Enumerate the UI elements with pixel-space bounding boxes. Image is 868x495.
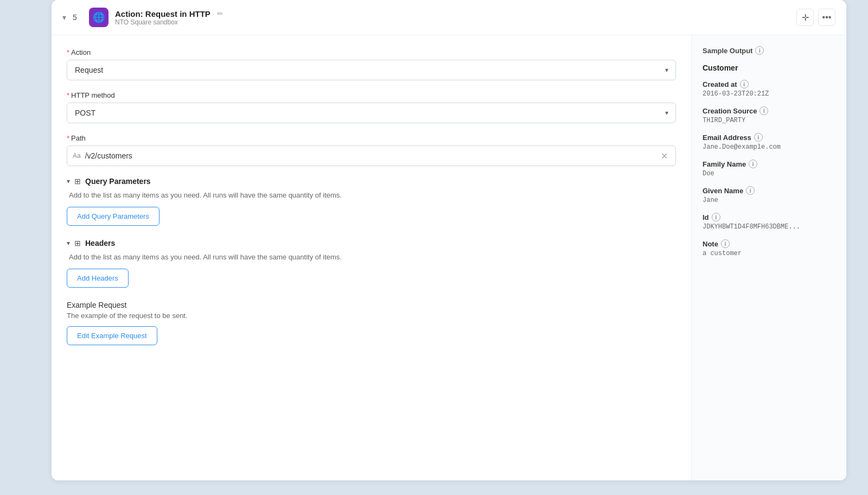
output-field-label: Notei — [703, 239, 835, 248]
output-field-label: Creation Sourcei — [703, 106, 835, 115]
field-info-icon-0[interactable]: i — [740, 80, 749, 88]
card-title-area: Action: Request in HTTP ✏ NTO Square san… — [115, 9, 790, 26]
add-query-params-button[interactable]: Add Query Parameters — [67, 207, 159, 226]
move-icon[interactable]: ✛ — [796, 9, 814, 26]
example-request-section: Example Request The example of the reque… — [67, 301, 676, 345]
query-params-header[interactable]: ▾ ⊞ Query Parameters — [67, 177, 676, 186]
output-field-label: Family Namei — [703, 160, 835, 168]
more-options-icon[interactable]: ••• — [818, 9, 835, 26]
output-field-label: Idi — [703, 213, 835, 221]
add-headers-button[interactable]: Add Headers — [67, 269, 129, 288]
field-info-icon-5[interactable]: i — [712, 213, 720, 221]
globe-icon: 🌐 — [93, 11, 105, 23]
card-title: Action: Request in HTTP — [115, 9, 210, 18]
example-request-description: The example of the request to be sent. — [67, 312, 676, 320]
output-field-value: a customer — [703, 250, 835, 257]
sample-output-title: Sample Output i — [703, 46, 835, 55]
http-method-field-group: *HTTP method POST ▾ — [67, 91, 676, 123]
action-type-icon: 🌐 — [89, 8, 108, 27]
field-info-icon-4[interactable]: i — [746, 186, 755, 195]
customer-label: Customer — [703, 64, 835, 72]
output-field: Email AddressiJane.Doe@example.com — [703, 133, 835, 151]
http-method-select-wrapper: POST ▾ — [67, 103, 676, 123]
output-field: Family NameiDoe — [703, 160, 835, 177]
action-label: *Action — [67, 48, 676, 56]
field-info-icon-3[interactable]: i — [749, 160, 757, 168]
query-params-description: Add to the list as many items as you nee… — [69, 191, 676, 199]
output-field-label: Email Addressi — [703, 133, 835, 142]
path-field-group: *Path Aa ✕ — [67, 134, 676, 166]
http-method-required-star: * — [67, 91, 69, 99]
output-field-value: Jane.Doe@example.com — [703, 143, 835, 151]
headers-title: Headers — [85, 239, 115, 248]
card-body: *Action Request ▾ *HTTP method — [52, 35, 846, 480]
output-field-value: THIRD_PARTY — [703, 117, 835, 124]
output-fields-container: Created ati2016-03-23T20:21ZCreation Sou… — [703, 80, 835, 257]
output-field: Given NameiJane — [703, 186, 835, 204]
card-subtitle: NTO Square sandbox — [115, 18, 790, 26]
output-field: Creation SourceiTHIRD_PARTY — [703, 106, 835, 124]
header-action-buttons: ✛ ••• — [796, 9, 835, 26]
field-info-icon-6[interactable]: i — [721, 239, 730, 248]
http-method-select[interactable]: POST — [67, 103, 676, 123]
output-field: Created ati2016-03-23T20:21Z — [703, 80, 835, 98]
query-params-section: ▾ ⊞ Query Parameters Add to the list as … — [67, 177, 676, 226]
collapse-chevron[interactable]: ▾ — [62, 13, 66, 22]
output-field-label: Created ati — [703, 80, 835, 88]
action-field-group: *Action Request ▾ — [67, 48, 676, 80]
card-header: ▾ 5 🌐 Action: Request in HTTP ✏ NTO Squa… — [52, 0, 846, 35]
action-card: ▾ 5 🌐 Action: Request in HTTP ✏ NTO Squa… — [52, 0, 846, 480]
headers-header[interactable]: ▾ ⊞ Headers — [67, 239, 676, 248]
headers-chevron: ▾ — [67, 239, 70, 247]
path-label: *Path — [67, 134, 676, 142]
path-input-wrapper: Aa ✕ — [67, 145, 676, 166]
example-request-label: Example Request — [67, 301, 676, 309]
path-required-star: * — [67, 134, 69, 142]
edit-title-icon[interactable]: ✏ — [217, 9, 224, 18]
output-field-label: Given Namei — [703, 186, 835, 195]
action-required-star: * — [67, 48, 69, 56]
query-params-chevron: ▾ — [67, 177, 70, 185]
headers-stack-icon: ⊞ — [74, 239, 81, 248]
step-number: 5 — [73, 13, 82, 22]
output-field: IdiJDKYHBWT1D4F8MFH63DBME... — [703, 213, 835, 231]
query-params-title: Query Parameters — [85, 177, 151, 186]
path-input[interactable] — [85, 146, 659, 166]
output-field-value: 2016-03-23T20:21Z — [703, 90, 835, 98]
action-select-wrapper: Request ▾ — [67, 60, 676, 80]
path-clear-icon[interactable]: ✕ — [659, 149, 670, 163]
path-type-icon: Aa — [73, 152, 81, 160]
headers-section: ▾ ⊞ Headers Add to the list as many item… — [67, 239, 676, 288]
form-area: *Action Request ▾ *HTTP method — [52, 35, 692, 480]
http-method-label: *HTTP method — [67, 91, 676, 99]
field-info-icon-2[interactable]: i — [754, 133, 763, 142]
sample-output-area: Sample Output i Customer Created ati2016… — [692, 35, 846, 480]
action-select[interactable]: Request — [67, 60, 676, 80]
query-params-stack-icon: ⊞ — [74, 177, 81, 186]
headers-description: Add to the list as many items as you nee… — [69, 253, 676, 261]
output-field-value: JDKYHBWT1D4F8MFH63DBME... — [703, 223, 835, 231]
output-field-value: Doe — [703, 170, 835, 177]
output-field: Noteia customer — [703, 239, 835, 257]
edit-example-request-button[interactable]: Edit Example Request — [67, 326, 157, 345]
sample-output-info-icon[interactable]: i — [755, 46, 764, 55]
field-info-icon-1[interactable]: i — [760, 106, 768, 115]
output-field-value: Jane — [703, 196, 835, 204]
